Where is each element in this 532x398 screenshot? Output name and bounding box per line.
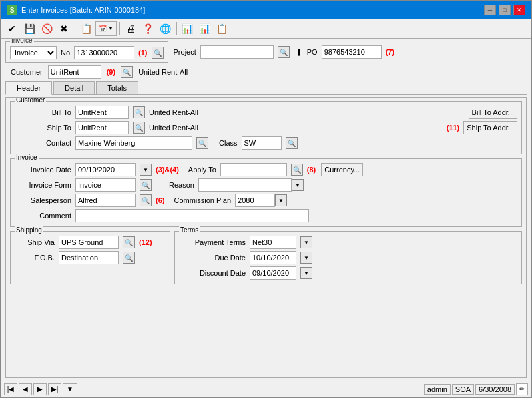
globe-button[interactable]: 🌐 xyxy=(158,21,174,37)
bill-to-lookup[interactable]: 🔍 xyxy=(133,106,145,118)
apply-to-field[interactable] xyxy=(220,163,287,176)
report1-button[interactable]: 📊 xyxy=(180,21,196,37)
title-bar-controls: ─ □ ✕ xyxy=(484,5,525,15)
ship-to-row: Ship To 🔍 United Rent-All (11) Ship To A… xyxy=(15,121,517,134)
title-bar: S Enter Invoices [Batch: ARIN-0000184] ─… xyxy=(1,1,531,19)
delete-button[interactable]: ✖ xyxy=(56,21,72,37)
comment-label: Comment xyxy=(15,212,71,220)
cancel-button[interactable]: 🚫 xyxy=(39,21,55,37)
salesperson-row: Salesperson 🔍 (6) Commission Plan ▼ xyxy=(15,194,517,207)
bill-to-row: Bill To 🔍 United Rent-All Bill To Addr..… xyxy=(15,106,517,119)
app-icon: S xyxy=(7,5,17,15)
invoice-type-select[interactable]: Invoice xyxy=(10,46,57,59)
print-button[interactable]: 🖨 xyxy=(123,21,139,37)
invoice-no-field[interactable] xyxy=(74,46,134,59)
help-button[interactable]: ❓ xyxy=(140,21,156,37)
payment-terms-dropdown[interactable]: ▼ xyxy=(300,236,312,248)
due-date-dropdown[interactable]: ▼ xyxy=(300,252,312,264)
due-date-label: Due Date xyxy=(179,254,246,262)
comment-field[interactable] xyxy=(75,209,309,222)
edit-icon[interactable]: ✏ xyxy=(516,383,528,395)
customer-name: United Rent-All xyxy=(138,68,188,76)
invoice-header-row: Invoice Invoice No (1) 🔍 Project 🔍 ▐ PO … xyxy=(5,41,527,63)
apply-to-lookup[interactable]: 🔍 xyxy=(291,164,303,176)
commission-field[interactable] xyxy=(235,194,275,207)
close-button[interactable]: ✕ xyxy=(513,5,525,15)
class-lookup[interactable]: 🔍 xyxy=(286,137,298,149)
status-right: admin SOA 6/30/2008 ✏ xyxy=(424,383,528,395)
inv-date-row: Invoice Date ▼ (3)&(4) Apply To 🔍 (8) Cu… xyxy=(15,163,517,176)
inv-form-field[interactable] xyxy=(75,178,136,192)
ship-to-lookup[interactable]: 🔍 xyxy=(133,122,145,134)
report2-button[interactable]: 📊 xyxy=(197,21,213,37)
calendar-dropdown[interactable]: 📅 ▼ xyxy=(95,21,117,36)
tab-detail[interactable]: Detail xyxy=(53,81,95,94)
class-field[interactable] xyxy=(242,136,282,150)
inv-date-number: (3)&(4) xyxy=(156,166,179,174)
customer-lookup[interactable]: 🔍 xyxy=(121,66,133,78)
last-button[interactable]: ▶| xyxy=(48,383,61,395)
commission-dropdown-btn[interactable]: ▼ xyxy=(275,194,287,206)
inv-form-lookup[interactable]: 🔍 xyxy=(140,179,152,191)
sep3 xyxy=(176,22,177,35)
tab-totals[interactable]: Totals xyxy=(96,81,138,94)
commission-dropdown-container: ▼ xyxy=(235,194,287,207)
currency-button[interactable]: Currency... xyxy=(321,163,363,176)
maximize-button[interactable]: □ xyxy=(499,5,511,15)
invoice-detail-section: Invoice Invoice Date ▼ (3)&(4) Apply To … xyxy=(10,158,522,227)
shipping-grid: Ship Via 🔍 (12) F.O.B. 🔍 xyxy=(15,233,166,264)
date-status: 6/30/2008 xyxy=(475,384,515,395)
report3-button[interactable]: 📋 xyxy=(214,21,230,37)
filter-button[interactable]: ▼ xyxy=(63,383,77,395)
po-field[interactable] xyxy=(322,45,382,59)
inv-date-field[interactable] xyxy=(75,163,136,176)
customer-section: Customer Bill To 🔍 United Rent-All Bill … xyxy=(10,101,522,154)
inv-date-dropdown[interactable]: ▼ xyxy=(140,164,152,176)
project-lookup2[interactable]: ▐ xyxy=(294,46,303,58)
due-date-field[interactable] xyxy=(250,251,296,264)
bill-to-label: Bill To xyxy=(15,108,71,116)
reason-field[interactable] xyxy=(198,178,292,192)
minimize-button[interactable]: ─ xyxy=(484,5,496,15)
salesperson-field[interactable] xyxy=(75,194,136,207)
contact-lookup[interactable]: 🔍 xyxy=(196,137,208,149)
ship-to-name: United Rent-All xyxy=(149,124,443,132)
fob-field[interactable] xyxy=(59,251,119,264)
check-button[interactable]: ✔ xyxy=(4,21,20,37)
save-button[interactable]: 💾 xyxy=(21,21,37,37)
first-button[interactable]: |◀ xyxy=(4,383,17,395)
payment-terms-field[interactable] xyxy=(250,236,296,249)
bill-to-field[interactable] xyxy=(75,106,129,119)
shipping-legend: Shipping xyxy=(15,226,43,234)
apply-to-label: Apply To xyxy=(188,166,216,174)
invoice-no-lookup[interactable]: 🔍 xyxy=(152,47,164,59)
prev-button[interactable]: ◀ xyxy=(19,383,32,395)
ship-to-field[interactable] xyxy=(75,121,129,134)
project-field[interactable] xyxy=(200,45,274,59)
bill-to-addr-button[interactable]: Bill To Addr... xyxy=(469,106,517,119)
salesperson-lookup[interactable]: 🔍 xyxy=(140,194,152,206)
calendar-btn[interactable]: 📅 ▼ xyxy=(95,21,117,36)
reason-dropdown-container: ▼ xyxy=(198,178,304,192)
project-lookup[interactable]: 🔍 xyxy=(278,46,290,58)
contact-field[interactable] xyxy=(75,136,192,150)
main-window: S Enter Invoices [Batch: ARIN-0000184] ─… xyxy=(0,0,532,398)
inv-form-row: Invoice Form 🔍 Reason ▼ xyxy=(15,178,517,192)
fob-lookup[interactable]: 🔍 xyxy=(123,252,135,264)
tab-header[interactable]: Header xyxy=(5,81,52,95)
ship-via-row: Ship Via 🔍 (12) xyxy=(15,236,166,249)
ship-to-addr-button[interactable]: Ship To Addr... xyxy=(463,121,517,134)
sep1 xyxy=(75,22,75,35)
copy-button[interactable]: 📋 xyxy=(78,21,94,37)
ship-via-lookup[interactable]: 🔍 xyxy=(123,236,135,248)
discount-date-field[interactable] xyxy=(250,266,296,280)
salesperson-label: Salesperson xyxy=(15,196,71,204)
discount-date-dropdown[interactable]: ▼ xyxy=(300,267,312,279)
reason-dropdown-btn[interactable]: ▼ xyxy=(292,179,304,191)
terms-legend: Terms xyxy=(179,226,200,234)
invoice-detail-grid: Invoice Date ▼ (3)&(4) Apply To 🔍 (8) Cu… xyxy=(15,160,517,222)
ship-via-number: (12) xyxy=(139,238,152,246)
customer-field[interactable] xyxy=(48,65,101,79)
next-button[interactable]: ▶ xyxy=(33,383,47,395)
ship-via-field[interactable] xyxy=(59,236,119,249)
